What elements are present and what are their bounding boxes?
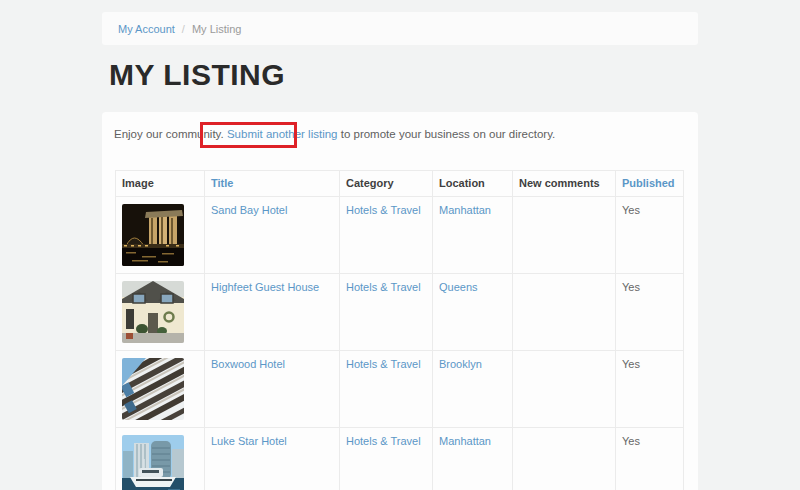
column-header-category: Category [340,171,433,197]
column-header-title-sort-link[interactable]: Title [211,177,233,189]
column-header-published-sort-link[interactable]: Published [622,177,675,189]
listing-title-link[interactable]: Highfeet Guest House [211,281,319,293]
content-card: Enjoy our community. Submit another list… [102,112,698,490]
listing-published-status: Yes [622,358,640,370]
listing-category-link[interactable]: Hotels & Travel [346,204,421,216]
breadcrumb-separator: / [182,23,185,35]
listing-title-link[interactable]: Boxwood Hotel [211,358,285,370]
table-header-row: Image Title Category Location New commen… [116,171,684,197]
listing-category-link[interactable]: Hotels & Travel [346,281,421,293]
luke-star-hotel-marina-thumbnail[interactable] [122,435,184,490]
listing-published-status: Yes [622,204,640,216]
listing-title-link[interactable]: Luke Star Hotel [211,435,287,447]
intro-text-before: Enjoy our community. [114,128,227,140]
listing-title-link[interactable]: Sand Bay Hotel [211,204,287,216]
listing-row-boxwood-hotel: Boxwood Hotel Hotels & Travel Brooklyn Y… [116,351,684,428]
my-listings-table: Image Title Category Location New commen… [115,170,684,490]
listing-category-link[interactable]: Hotels & Travel [346,358,421,370]
column-header-title: Title [205,171,340,197]
listing-published-status: Yes [622,435,640,447]
sand-bay-hotel-night-thumbnail[interactable] [122,204,184,266]
column-header-new-comments: New comments [513,171,616,197]
listing-row-sand-bay-hotel: Sand Bay Hotel Hotels & Travel Manhattan… [116,197,684,274]
listing-row-luke-star-hotel: Luke Star Hotel Hotels & Travel Manhatta… [116,428,684,490]
submit-another-listing-link[interactable]: Submit another listing [227,128,338,140]
listing-location-link[interactable]: Queens [439,281,478,293]
intro-text: Enjoy our community. Submit another list… [114,128,555,140]
intro-text-after: to promote your business on our director… [338,128,556,140]
listing-location-link[interactable]: Manhattan [439,204,491,216]
boxwood-hotel-balconies-thumbnail[interactable] [122,358,184,420]
breadcrumb-current-page: My Listing [192,23,242,35]
column-header-location: Location [433,171,513,197]
column-header-image: Image [116,171,205,197]
breadcrumb: My Account / My Listing [102,12,698,45]
highfeet-guest-house-thumbnail[interactable] [122,281,184,343]
listing-published-status: Yes [622,281,640,293]
listing-row-highfeet-guest-house: Highfeet Guest House Hotels & Travel Que… [116,274,684,351]
listing-location-link[interactable]: Brooklyn [439,358,482,370]
listing-category-link[interactable]: Hotels & Travel [346,435,421,447]
breadcrumb-my-account-link[interactable]: My Account [118,23,175,35]
listing-location-link[interactable]: Manhattan [439,435,491,447]
column-header-published: Published [616,171,684,197]
page-title: MY LISTING [109,58,285,92]
